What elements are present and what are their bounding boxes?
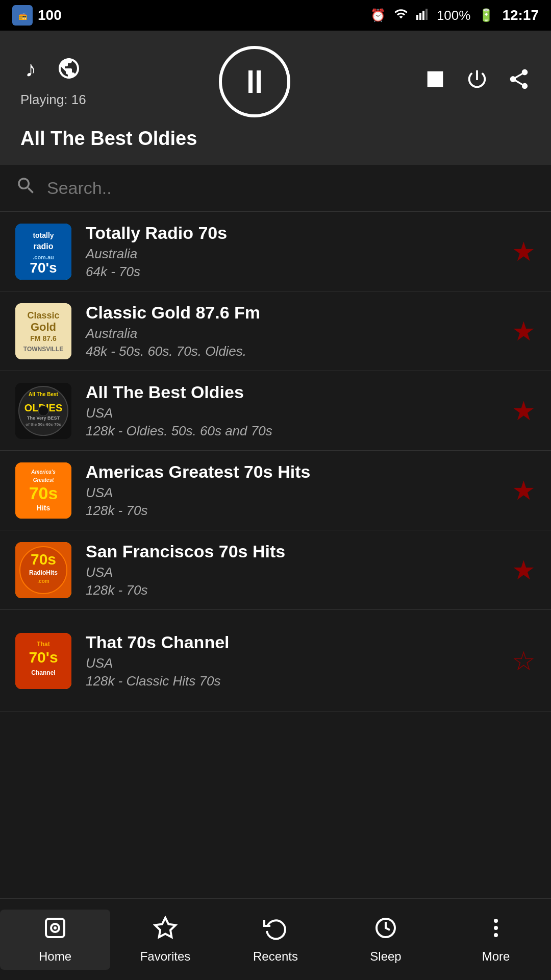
station-logo: That 70's Channel: [15, 633, 71, 689]
svg-text:Channel: Channel: [31, 669, 55, 676]
nav-home[interactable]: Home: [0, 910, 110, 970]
app-icon: 📻: [12, 5, 33, 26]
station-item[interactable]: That 70's Channel That 70s Channel USA 1…: [0, 610, 551, 712]
station-country: USA: [86, 655, 502, 671]
station-info: Totally Radio 70s Australia 64k - 70s: [86, 223, 502, 280]
status-bar: 📻 100 ⏰ 100% 🔋 12:17: [0, 0, 551, 31]
svg-text:FM 87.6: FM 87.6: [30, 334, 57, 342]
nav-sleep[interactable]: Sleep: [331, 916, 441, 964]
favorite-star[interactable]: ★: [512, 555, 536, 585]
svg-point-43: [494, 919, 498, 923]
station-country: Australia: [86, 326, 502, 341]
station-item[interactable]: totally radio .com.au 70's Totally Radio…: [0, 212, 551, 291]
svg-rect-3: [419, 13, 421, 20]
player-controls-row: ♪ Playing: 16 ⏸: [20, 46, 531, 117]
globe-icon[interactable]: [57, 56, 81, 86]
nav-home-label: Home: [39, 949, 71, 964]
station-name: Classic Gold 87.6 Fm: [86, 303, 502, 323]
svg-point-23: [38, 406, 48, 416]
svg-text:The Very BEST: The Very BEST: [27, 415, 60, 421]
svg-rect-6: [428, 71, 443, 87]
player-left-section: ♪ Playing: 16: [20, 56, 86, 108]
player-header: ♪ Playing: 16 ⏸: [0, 31, 551, 165]
svg-text:America's: America's: [31, 469, 56, 475]
station-item[interactable]: 70s RadioHits .com San Franciscos 70s Hi…: [0, 530, 551, 610]
svg-point-45: [494, 933, 498, 937]
svg-text:radio: radio: [33, 242, 53, 251]
signal-icon: [416, 7, 429, 24]
nav-more-label: More: [482, 949, 510, 964]
share-icon[interactable]: [507, 67, 531, 96]
status-right: ⏰ 100% 🔋 12:17: [370, 7, 539, 24]
station-name: Americas Greatest 70s Hits: [86, 462, 502, 482]
nav-recents[interactable]: Recents: [220, 916, 331, 964]
svg-point-40: [54, 926, 57, 929]
svg-text:70's: 70's: [29, 649, 58, 666]
station-logo: totally radio .com.au 70's: [15, 224, 71, 280]
station-item[interactable]: All The Best OLDIES The Very BEST of the…: [0, 371, 551, 451]
music-note-icon[interactable]: ♪: [25, 56, 36, 86]
svg-text:70's: 70's: [30, 260, 57, 276]
station-country: USA: [86, 405, 502, 421]
favorite-star[interactable]: ★: [512, 316, 536, 347]
search-container: [0, 165, 551, 212]
station-info: Classic Gold 87.6 Fm Australia 48k - 50s…: [86, 303, 502, 359]
svg-marker-41: [155, 918, 176, 937]
station-details: 128k - Classic Hits 70s: [86, 673, 502, 689]
favorite-star[interactable]: ★: [512, 475, 536, 506]
wifi-icon: [394, 7, 408, 24]
power-icon[interactable]: [465, 67, 489, 96]
station-logo: All The Best OLDIES The Very BEST of the…: [15, 383, 71, 439]
station-info: That 70s Channel USA 128k - Classic Hits…: [86, 632, 502, 689]
station-name: San Franciscos 70s Hits: [86, 542, 502, 561]
svg-text:70s: 70s: [31, 551, 56, 568]
status-time: 12:17: [502, 7, 539, 23]
svg-text:Greatest: Greatest: [33, 477, 54, 483]
svg-text:📻: 📻: [18, 12, 28, 20]
station-name: That 70s Channel: [86, 632, 502, 652]
svg-text:TOWNSVILLE: TOWNSVILLE: [23, 346, 63, 353]
battery-text: 100%: [437, 8, 471, 23]
status-left: 📻 100: [12, 5, 62, 26]
search-input[interactable]: [47, 178, 536, 198]
favorite-star[interactable]: ☆: [512, 646, 536, 676]
search-bar: [15, 175, 536, 201]
stop-icon[interactable]: [423, 67, 447, 96]
station-details: 128k - Oldies. 50s. 60s and 70s: [86, 423, 502, 439]
status-number: 100: [38, 7, 62, 23]
station-details: 128k - 70s: [86, 582, 502, 598]
search-icon: [15, 175, 37, 201]
more-icon: [484, 916, 508, 945]
svg-text:totally: totally: [33, 231, 54, 239]
svg-rect-5: [425, 9, 428, 20]
station-name: Totally Radio 70s: [86, 223, 502, 243]
nav-more[interactable]: More: [441, 916, 551, 964]
station-list: totally radio .com.au 70's Totally Radio…: [0, 212, 551, 896]
pause-button[interactable]: ⏸: [219, 46, 290, 117]
svg-text:70s: 70s: [29, 483, 58, 503]
nav-favorites[interactable]: Favorites: [110, 916, 220, 964]
svg-text:Hits: Hits: [37, 504, 51, 512]
bottom-nav: Home Favorites Recents Sleep: [0, 898, 551, 980]
playing-text: Playing: 16: [20, 92, 86, 108]
nav-favorites-label: Favorites: [140, 949, 191, 964]
home-icon: [43, 916, 67, 945]
current-station-title: All The Best Oldies: [20, 117, 531, 155]
recents-icon: [263, 916, 288, 945]
svg-text:Gold: Gold: [31, 321, 56, 333]
favorite-star[interactable]: ★: [512, 236, 536, 267]
station-info: All The Best Oldies USA 128k - Oldies. 5…: [86, 382, 502, 439]
station-country: Australia: [86, 246, 502, 262]
station-details: 48k - 50s. 60s. 70s. Oldies.: [86, 344, 502, 359]
station-logo: 70s RadioHits .com: [15, 542, 71, 598]
station-info: San Franciscos 70s Hits USA 128k - 70s: [86, 542, 502, 598]
station-logo: Classic Gold FM 87.6 TOWNSVILLE: [15, 303, 71, 359]
svg-text:Classic: Classic: [27, 310, 59, 321]
svg-text:All The Best: All The Best: [29, 391, 58, 397]
nav-sleep-label: Sleep: [370, 949, 401, 964]
station-item[interactable]: Classic Gold FM 87.6 TOWNSVILLE Classic …: [0, 291, 551, 371]
station-item[interactable]: America's Greatest 70s Hits Americas Gre…: [0, 451, 551, 530]
svg-text:of the 50s-60s-70s: of the 50s-60s-70s: [26, 422, 61, 427]
alarm-icon: ⏰: [370, 8, 386, 22]
favorite-star[interactable]: ★: [512, 396, 536, 426]
